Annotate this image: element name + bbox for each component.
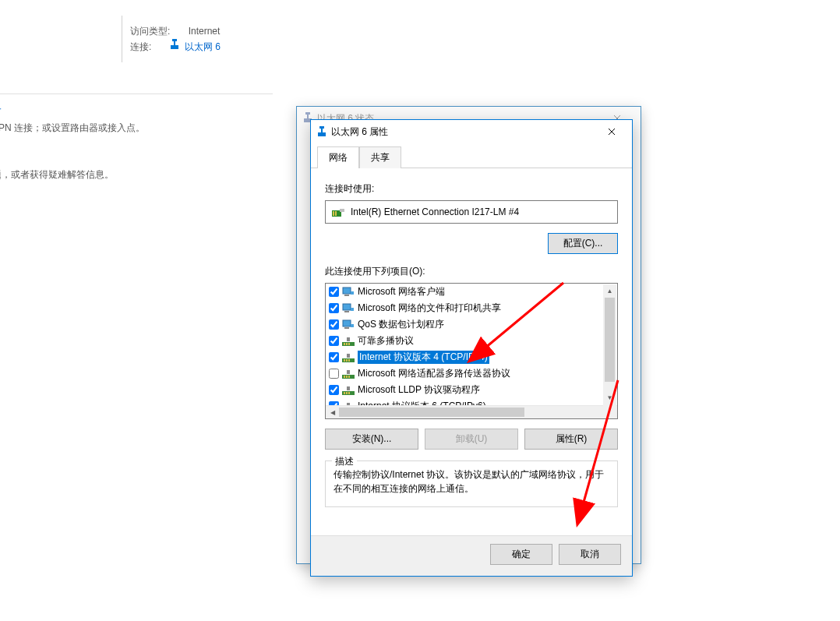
vertical-scrollbar[interactable]: ▲ ▼ [603,284,616,404]
svg-rect-41 [347,386,350,390]
item-checkbox[interactable] [329,336,339,346]
properties-button[interactable]: 属性(R) [524,429,618,450]
item-label: 可靠多播协议 [358,334,414,348]
item-label: Internet 协议版本 6 (TCP/IPv6) [358,400,486,405]
access-type-value: Internet [189,26,221,37]
svg-rect-21 [351,324,354,327]
scroll-thumb-h[interactable] [339,408,524,417]
network-client-icon [342,303,355,314]
svg-rect-20 [344,327,349,329]
item-checkbox[interactable] [329,369,339,379]
svg-rect-10 [340,209,344,212]
svg-rect-26 [347,337,350,341]
svg-rect-2 [171,45,178,49]
item-label: Internet 协议版本 4 (TCP/IPv4) [358,351,489,364]
uninstall-button: 卸载(U) [425,429,518,450]
scroll-down-arrow-icon[interactable]: ▼ [603,391,616,404]
svg-rect-40 [348,392,350,394]
network-adapter-icon [332,206,344,217]
tab-strip: 网络 共享 [311,143,632,168]
cancel-button[interactable]: 取消 [559,544,621,565]
svg-rect-1 [174,41,175,45]
adapter-display: Intel(R) Ethernet Connection I217-LM #4 [325,200,618,224]
description-text: 传输控制协议/Internet 协议。该协议是默认的广域网络协议，用于在不同的相… [334,468,609,496]
svg-rect-13 [343,288,351,294]
title-bar[interactable]: 以太网 6 属性 [311,120,632,143]
svg-rect-28 [344,359,345,362]
svg-rect-24 [346,343,348,345]
connection-link[interactable]: 以太网 6 [170,41,221,52]
tab-network[interactable]: 网络 [317,146,359,168]
list-item[interactable]: Internet 协议版本 4 (TCP/IPv4) [326,349,617,365]
svg-rect-18 [351,308,354,311]
svg-rect-14 [344,295,349,296]
item-checkbox[interactable] [329,287,339,297]
svg-rect-31 [347,354,350,358]
network-protocol-icon [342,369,355,379]
list-item[interactable]: QoS 数据包计划程序 [326,316,617,333]
item-checkbox[interactable] [329,319,339,330]
svg-rect-17 [344,311,349,312]
svg-rect-15 [351,291,354,295]
network-protocol-icon [342,385,355,396]
dialog-title: 以太网 6 属性 [331,125,388,139]
svg-rect-19 [343,320,351,326]
svg-rect-0 [172,39,177,41]
svg-rect-12 [335,211,337,216]
scroll-thumb-v[interactable] [605,298,615,382]
item-label: Microsoft 网络的文件和打印机共享 [358,302,501,315]
configure-button[interactable]: 配置(C)... [548,233,618,254]
item-label: Microsoft LLDP 协议驱动程序 [358,383,480,397]
list-item[interactable]: Microsoft 网络客户端 [326,284,617,300]
description-group: 描述 传输控制协议/Internet 协议。该协议是默认的广域网络协议，用于在不… [325,460,618,507]
items-label: 此连接使用下列项目(O): [325,265,618,278]
svg-rect-30 [348,359,350,362]
connect-using-label: 连接时使用: [325,182,618,196]
bg-link-fragment[interactable]: 络 [0,102,273,115]
list-item[interactable]: Internet 协议版本 6 (TCP/IPv6) [326,398,617,405]
background-network-panel: 访问类型: Internet 连接: 以太网 6 络 VPN 连接；或设置路由器… [0,16,273,184]
ethernet-icon [317,126,326,137]
item-label: QoS 数据包计划程序 [358,318,444,331]
ok-button[interactable]: 确定 [490,544,552,565]
ethernet-properties-dialog: 以太网 6 属性 网络 共享 连接时使用: Intel(R) Ethernet … [310,119,633,577]
list-item[interactable]: Microsoft LLDP 协议驱动程序 [326,382,617,398]
svg-rect-11 [333,211,334,216]
svg-rect-25 [348,343,350,345]
adapter-name: Intel(R) Ethernet Connection I217-LM #4 [351,206,519,217]
network-protocol-icon [342,352,355,363]
scroll-left-arrow-icon[interactable]: ◀ [326,406,339,418]
list-item[interactable]: Microsoft 网络的文件和打印机共享 [326,300,617,316]
item-checkbox[interactable] [329,303,339,313]
svg-rect-33 [344,376,345,378]
connection-items-listbox[interactable]: Microsoft 网络客户端Microsoft 网络的文件和打印机共享QoS … [325,283,618,419]
svg-rect-7 [321,129,323,132]
access-type-label: 访问类型: [130,26,170,37]
svg-rect-16 [343,304,351,310]
svg-rect-3 [305,112,310,115]
item-checkbox[interactable] [329,352,339,362]
install-button[interactable]: 安装(N)... [325,429,418,450]
svg-rect-35 [348,376,350,378]
list-item[interactable]: 可靠多播协议 [326,333,617,349]
item-checkbox[interactable] [329,385,339,395]
svg-rect-38 [344,392,345,394]
svg-rect-29 [346,359,348,362]
svg-rect-4 [307,115,309,118]
bg-text-line2: 题，或者获得疑难解答信息。 [0,165,273,184]
close-button[interactable] [594,121,629,143]
connection-label: 连接: [130,41,151,52]
scroll-up-arrow-icon[interactable]: ▲ [603,284,616,298]
svg-rect-39 [346,392,348,394]
network-client-icon [342,287,355,298]
scroll-corner [603,404,616,418]
item-label: Microsoft 网络客户端 [358,285,445,298]
bg-text-line1: VPN 连接；或设置路由器或接入点。 [0,118,273,137]
horizontal-scrollbar[interactable]: ◀ ▶ [326,405,617,418]
tab-share[interactable]: 共享 [359,146,401,168]
list-item[interactable]: Microsoft 网络适配器多路传送器协议 [326,365,617,382]
description-legend: 描述 [332,455,357,468]
svg-rect-6 [319,126,324,129]
svg-rect-23 [344,343,345,345]
network-client-icon [342,319,355,330]
